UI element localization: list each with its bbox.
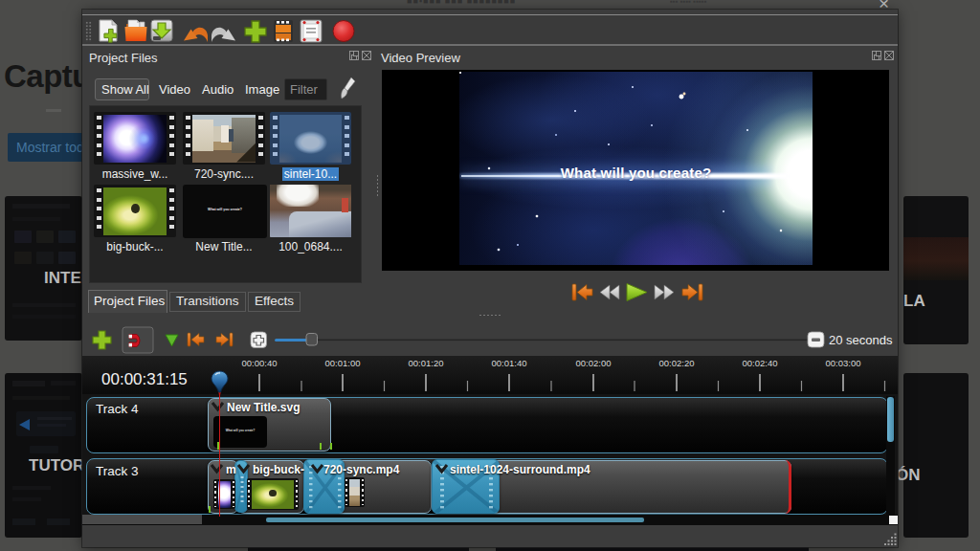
svg-text:00:00:40: 00:00:40	[242, 358, 278, 368]
svg-text:00:01:00: 00:01:00	[325, 358, 361, 368]
svg-text:00:01:20: 00:01:20	[409, 358, 444, 368]
svg-text:00:01:40: 00:01:40	[492, 358, 527, 368]
svg-text:00:02:20: 00:02:20	[659, 358, 695, 368]
svg-text:00:03:00: 00:03:00	[826, 358, 861, 368]
svg-text:00:02:00: 00:02:00	[576, 358, 612, 368]
svg-text:00:02:40: 00:02:40	[743, 358, 778, 368]
